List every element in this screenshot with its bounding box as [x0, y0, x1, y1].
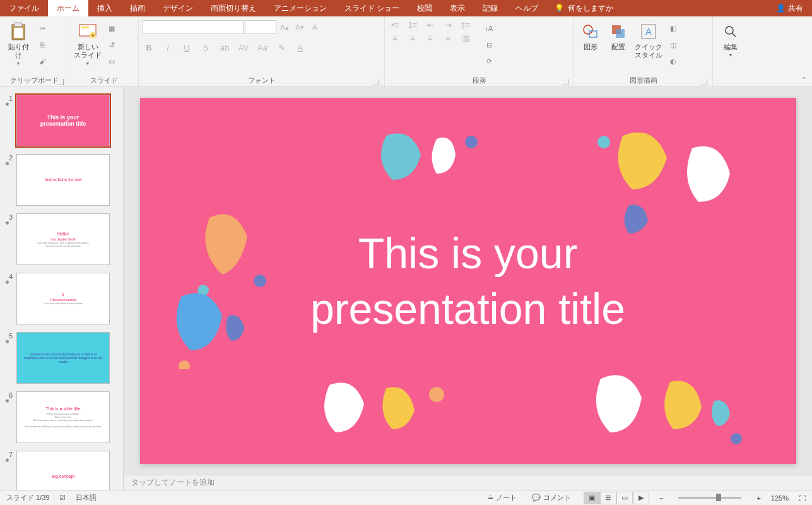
zoom-level[interactable]: 125%: [771, 494, 789, 502]
sorter-view-button[interactable]: ⊞: [600, 492, 616, 504]
slide-title-text[interactable]: This is your presentation title: [310, 225, 625, 337]
share-icon: 👤: [776, 4, 786, 13]
shape-effects-button[interactable]: ◐: [666, 54, 680, 68]
tab-record[interactable]: 記録: [474, 0, 507, 16]
spell-check-icon[interactable]: ☑: [59, 494, 66, 502]
slide-canvas[interactable]: This is your presentation title: [140, 98, 796, 464]
tab-draw[interactable]: 描画: [121, 0, 154, 16]
underline-button[interactable]: U: [180, 43, 193, 52]
new-slide-button[interactable]: ✦ 新しい スライド ▾: [73, 20, 102, 68]
splash-decoration: [594, 114, 758, 252]
shadow-button[interactable]: ab: [218, 43, 231, 52]
svg-point-18: [597, 136, 610, 148]
shapes-button[interactable]: 図形: [578, 20, 603, 52]
clipboard-launcher[interactable]: [57, 79, 64, 85]
slideshow-view-button[interactable]: ▶: [633, 492, 649, 504]
thumbnail-slide-3[interactable]: 3✱Hello!I am Jayden SmithI am here becau…: [0, 211, 123, 270]
align-right-button[interactable]: ≡: [424, 33, 437, 43]
shape-outline-button[interactable]: ◫: [666, 38, 680, 52]
smartart-button[interactable]: ⟳: [482, 54, 496, 68]
language-indicator[interactable]: 日本語: [76, 493, 97, 502]
notes-pane[interactable]: タップしてノートを追加: [124, 475, 812, 490]
char-spacing-button[interactable]: AV: [237, 43, 250, 52]
svg-rect-1: [15, 23, 22, 27]
zoom-in-button[interactable]: +: [756, 494, 760, 502]
highlight-button[interactable]: ✎: [275, 43, 288, 52]
change-case-button[interactable]: Aa: [256, 43, 269, 52]
font-family-combo[interactable]: [143, 20, 244, 34]
decrease-font-button[interactable]: A▾: [293, 20, 307, 34]
arrange-button[interactable]: 配置: [606, 20, 631, 52]
font-size-combo[interactable]: [245, 20, 276, 34]
tell-me-search[interactable]: 💡 何をしますか: [547, 0, 621, 16]
tab-view[interactable]: 表示: [441, 0, 474, 16]
align-left-button[interactable]: ≡: [389, 33, 401, 43]
clear-format-button[interactable]: A̶: [308, 20, 322, 34]
thumbnail-slide-4[interactable]: 4✱1Transition headlineLet's start with t…: [0, 270, 123, 330]
font-color-button[interactable]: A: [294, 43, 307, 52]
thumbnail-slide-6[interactable]: 6✱This is a slide titleHere you have a l…: [0, 389, 123, 448]
align-text-button[interactable]: ⊟: [482, 38, 496, 52]
zoom-slider[interactable]: [678, 497, 741, 499]
tab-help[interactable]: ヘルプ: [507, 0, 547, 16]
layout-button[interactable]: ▦: [105, 21, 119, 35]
share-button[interactable]: 👤 共有: [767, 0, 812, 16]
italic-button[interactable]: I: [162, 43, 174, 52]
tab-transitions[interactable]: 画面切り替え: [202, 0, 265, 16]
thumbnail-slide-2[interactable]: 2✱Instructions for use: [0, 152, 123, 211]
notes-toggle[interactable]: ≐ノート: [485, 493, 519, 502]
tab-file[interactable]: ファイル: [0, 0, 48, 16]
indent-decrease-button[interactable]: ⇤: [424, 20, 437, 30]
fit-to-window-button[interactable]: ⛶: [799, 494, 806, 502]
chevron-down-icon: ▾: [17, 61, 20, 66]
drawing-launcher[interactable]: [701, 79, 707, 85]
search-icon: [721, 21, 741, 42]
shape-fill-button[interactable]: ◧: [666, 21, 680, 35]
tab-home[interactable]: ホーム: [48, 0, 88, 16]
tab-insert[interactable]: 挿入: [88, 0, 121, 16]
scissors-icon: ✂: [40, 25, 45, 33]
reset-button[interactable]: ↺: [105, 38, 119, 52]
tab-animations[interactable]: アニメーション: [265, 0, 336, 16]
reset-icon: ↺: [109, 41, 115, 49]
quick-styles-button[interactable]: A クイック スタイル: [633, 20, 664, 61]
increase-font-button[interactable]: A▴: [278, 20, 291, 34]
thumbnail-slide-1[interactable]: 1✱This is your presentation title: [0, 92, 123, 152]
collapse-ribbon-button[interactable]: ⌃: [801, 76, 807, 84]
paragraph-launcher[interactable]: [562, 79, 568, 85]
indent-increase-button[interactable]: ⇥: [442, 20, 454, 30]
tab-slideshow[interactable]: スライド ショー: [336, 0, 408, 16]
slide-counter[interactable]: スライド 1/39: [6, 493, 49, 502]
line-spacing-button[interactable]: ‡≡: [459, 20, 472, 30]
splash-decoration: [159, 268, 260, 369]
tab-design[interactable]: デザイン: [154, 0, 202, 16]
bullets-button[interactable]: •≡: [389, 20, 401, 30]
ribbon-tabs: ファイル ホーム 挿入 描画 デザイン 画面切り替え アニメーション スライド …: [0, 0, 812, 16]
zoom-out-button[interactable]: −: [659, 494, 663, 502]
copy-icon: ⎘: [40, 41, 45, 49]
format-painter-button[interactable]: 🖌: [35, 54, 49, 68]
bold-button[interactable]: B: [143, 43, 155, 52]
numbering-button[interactable]: 1≡: [406, 20, 419, 30]
thumbnail-slide-5[interactable]: 5✱Quotations are commonly printed as a m…: [0, 330, 123, 389]
copy-button[interactable]: ⎘: [35, 38, 49, 52]
comments-toggle[interactable]: 💬コメント: [529, 493, 574, 502]
text-direction-button[interactable]: ↕A: [482, 21, 496, 35]
tab-review[interactable]: 校閲: [408, 0, 441, 16]
new-slide-icon: ✦: [78, 21, 98, 42]
thumbnail-slide-7[interactable]: 7✱Big concept: [0, 448, 123, 490]
svg-point-21: [731, 433, 742, 444]
svg-line-14: [732, 33, 736, 37]
align-center-button[interactable]: ≡: [406, 33, 419, 43]
strikethrough-button[interactable]: S: [199, 43, 212, 52]
cut-button[interactable]: ✂: [35, 21, 49, 35]
section-button[interactable]: ▭: [105, 54, 119, 68]
columns-button[interactable]: ▥: [459, 33, 472, 43]
normal-view-button[interactable]: ▣: [584, 492, 600, 504]
justify-button[interactable]: ≡: [442, 33, 454, 43]
svg-rect-4: [81, 27, 89, 28]
font-launcher[interactable]: [373, 79, 379, 85]
paste-button[interactable]: 貼り付け ▾: [4, 20, 33, 68]
reading-view-button[interactable]: ▭: [616, 492, 633, 504]
find-button[interactable]: 編集 ▾: [717, 20, 744, 59]
